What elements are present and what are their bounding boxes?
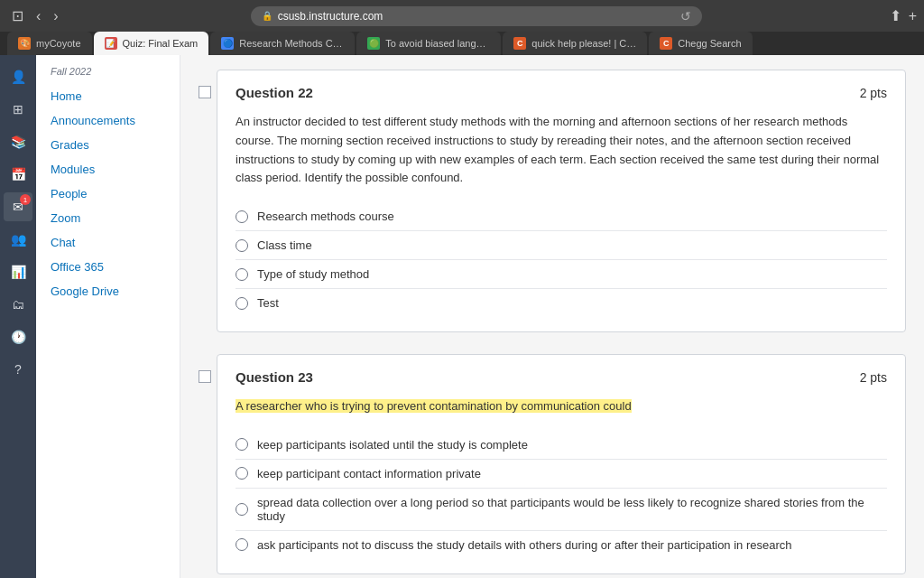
question-header-q22: Question 22 2 pts [236,85,887,100]
tab-favicon: C [513,37,526,50]
nav-people[interactable]: People [36,182,180,206]
icon-inbox[interactable]: ✉1 [4,192,32,221]
icon-dashboard-icon: ⊞ [13,102,23,117]
nav-office365[interactable]: Office 365 [36,255,180,279]
radio-button-q22-opt2[interactable] [236,239,248,252]
reload-icon[interactable]: ↺ [680,9,691,23]
option-row-q22-opt3[interactable]: Type of study method [236,259,887,288]
browser-toolbar: ⊡ ‹ › 🔒 csusb.instructure.com ↺ ⬆ + [0,0,924,32]
tab-chegg1[interactable]: C quick help please! | Chegg.com [503,32,647,55]
nav-googledrive[interactable]: Google Drive [36,279,180,303]
browser-chrome: ⊡ ‹ › 🔒 csusb.instructure.com ↺ ⬆ + 🎨 my… [0,0,924,55]
icon-modules[interactable]: 🗂 [4,290,32,319]
nav-home[interactable]: Home [36,84,180,108]
question-body-q23: A researcher who is trying to prevent co… [236,397,887,416]
tab-biased[interactable]: 🟢 To avoid biased language when... [356,32,501,55]
question-pts: 2 pts [860,370,887,385]
tab-quiz[interactable]: 📝 Quiz: Final Exam [94,32,209,55]
icon-dashboard[interactable]: ⊞ [4,95,32,124]
radio-button-q23-opt1[interactable] [236,438,248,451]
browser-tabs: 🎨 myCoyote 📝 Quiz: Final Exam 🔵 Research… [0,32,924,55]
semester-label: Fall 2022 [36,62,180,84]
option-row-q23-opt4[interactable]: ask participants not to discuss the stud… [236,530,887,559]
tab-mycoyote[interactable]: 🎨 myCoyote [7,32,92,55]
radio-button-q23-opt2[interactable] [236,467,248,480]
address-bar-wrap: 🔒 csusb.instructure.com ↺ [70,6,882,26]
address-bar[interactable]: 🔒 csusb.instructure.com ↺ [251,6,702,26]
tab-favicon: C [660,37,672,50]
option-label-q23-opt3: spread data collection over a long perio… [257,496,887,523]
icon-calendar[interactable]: 📅 [4,160,32,189]
tab-favicon: 🟢 [367,37,380,50]
option-label-q23-opt2: keep participant contact information pri… [257,467,481,480]
question-card-q23: Question 23 2 pts A researcher who is tr… [217,354,906,574]
icon-account-icon: 👤 [11,70,26,84]
question-body-q22: An instructor decided to test different … [236,113,887,188]
option-row-q23-opt3[interactable]: spread data collection over a long perio… [236,488,887,530]
nav-modules[interactable]: Modules [36,157,180,182]
option-label-q23-opt4: ask participants not to discuss the stud… [257,538,792,552]
option-row-q23-opt2[interactable]: keep participant contact information pri… [236,459,887,488]
icon-modules-icon: 🗂 [12,297,24,312]
question-bookmark-checkbox[interactable] [199,370,211,383]
options-container-q23: keep participants isolated until the stu… [236,431,887,559]
question-card-q22: Question 22 2 pts An instructor decided … [217,70,906,332]
question-wrapper-q23: Question 23 2 pts A researcher who is tr… [199,354,906,578]
option-label-q22-opt2: Class time [257,238,312,252]
tab-chegg2[interactable]: C Chegg Search [649,32,752,55]
nav-grades[interactable]: Grades [36,133,180,157]
toolbar-right: ⬆ + [890,7,917,24]
icon-calendar-icon: 📅 [11,167,26,182]
radio-button-q23-opt4[interactable] [236,538,248,551]
option-row-q22-opt2[interactable]: Class time [236,230,887,259]
nav-sidebar: Fall 2022 HomeAnnouncementsGradesModules… [36,55,180,578]
option-label-q22-opt4: Test [257,296,279,310]
tab-label: myCoyote [36,38,81,49]
icon-courses-icon: 📚 [11,135,26,149]
radio-button-q22-opt3[interactable] [236,268,248,281]
sidebar-toggle-button[interactable]: ⊡ [7,5,28,26]
tab-label: Quiz: Final Exam [123,38,199,49]
nav-chat[interactable]: Chat [36,230,180,255]
icon-grades[interactable]: 📊 [4,257,32,286]
icon-help-icon: ? [14,362,22,377]
radio-button-q22-opt4[interactable] [236,297,248,310]
icon-people[interactable]: 👥 [4,225,32,254]
forward-button[interactable]: › [49,6,62,26]
tab-label: Chegg Search [678,38,741,49]
new-tab-icon[interactable]: + [909,8,917,24]
back-button[interactable]: ‹ [32,6,45,26]
nav-zoom[interactable]: Zoom [36,206,180,230]
option-row-q22-opt4[interactable]: Test [236,288,887,317]
icon-courses[interactable]: 📚 [4,127,32,156]
question-number: Question 22 [236,85,313,100]
question-bookmark-checkbox[interactable] [199,86,211,98]
radio-button-q23-opt3[interactable] [236,503,248,516]
question-number: Question 23 [236,369,313,385]
option-label-q22-opt3: Type of study method [257,267,369,281]
icon-grades-icon: 📊 [11,265,26,279]
icon-account[interactable]: 👤 [4,62,32,91]
tab-favicon: 📝 [105,37,117,50]
option-row-q22-opt1[interactable]: Research methods course [236,202,887,230]
radio-button-q22-opt1[interactable] [236,210,248,223]
nav-announcements[interactable]: Announcements [36,108,180,133]
option-row-q23-opt1[interactable]: keep participants isolated until the stu… [236,431,887,459]
tab-research[interactable]: 🔵 Research Methods Ch. 8 Flashc... [210,32,355,55]
tab-favicon: 🎨 [18,37,31,50]
highlighted-text: A researcher who is trying to prevent co… [236,399,632,413]
question-wrapper-q22: Question 22 2 pts An instructor decided … [199,70,906,350]
content-area[interactable]: Question 22 2 pts An instructor decided … [180,55,924,578]
tab-label: quick help please! | Chegg.com [531,38,636,49]
tab-label: To avoid biased language when... [385,38,490,49]
address-text: csusb.instructure.com [278,10,383,23]
option-label-q23-opt1: keep participants isolated until the stu… [257,438,528,452]
nav-buttons: ⊡ ‹ › [7,5,63,26]
question-pts: 2 pts [860,86,887,100]
icon-clock[interactable]: 🕐 [4,322,32,351]
share-icon[interactable]: ⬆ [890,7,901,24]
lock-icon: 🔒 [262,11,273,21]
icon-clock-icon: 🕐 [11,330,26,344]
option-label-q22-opt1: Research methods course [257,210,394,223]
icon-help[interactable]: ? [4,355,32,384]
